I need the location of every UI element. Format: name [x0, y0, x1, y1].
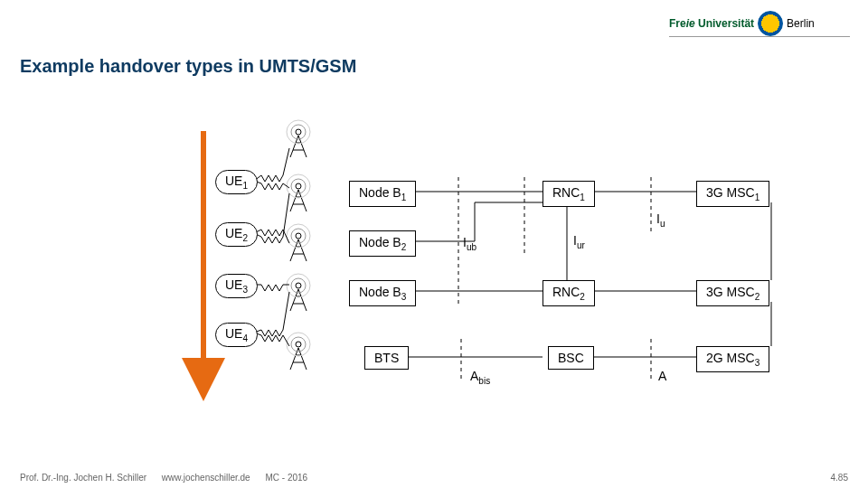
svg-point-5 — [291, 179, 306, 193]
rnc-1: RNC1 — [542, 181, 595, 207]
diagram-canvas — [0, 0, 868, 488]
svg-point-1 — [296, 129, 301, 135]
2g-msc-3: 2G MSC3 — [696, 346, 769, 372]
footer-author: Prof. Dr.-Ing. Jochen H. Schiller — [20, 473, 146, 483]
iface-a: A — [658, 369, 666, 383]
node-b1: Node B1 — [349, 181, 416, 207]
svg-point-3 — [287, 120, 310, 144]
3g-msc-1: 3G MSC1 — [696, 181, 769, 207]
iface-iub: Iub — [463, 235, 476, 252]
bts: BTS — [364, 346, 409, 370]
ue-4: UE4 — [215, 323, 258, 347]
ue-1-label: UE — [225, 174, 242, 188]
footer: Prof. Dr.-Ing. Jochen H. Schiller www.jo… — [20, 473, 320, 483]
svg-point-14 — [291, 337, 306, 352]
node-b2: Node B2 — [349, 230, 416, 257]
svg-point-9 — [287, 224, 310, 248]
svg-point-15 — [287, 333, 310, 356]
svg-point-11 — [291, 278, 306, 293]
ue-3: UE3 — [215, 274, 258, 298]
bsc: BSC — [548, 346, 594, 370]
svg-point-8 — [291, 229, 306, 243]
svg-point-7 — [296, 233, 301, 239]
rnc-2: RNC2 — [542, 280, 595, 306]
svg-point-13 — [296, 342, 301, 347]
ue-2: UE2 — [215, 222, 258, 247]
svg-point-12 — [287, 274, 310, 297]
iface-iur: Iur — [573, 233, 585, 250]
iface-abis: Abis — [470, 369, 490, 386]
iface-iu: Iu — [656, 211, 665, 229]
footer-course: MC - 2016 — [265, 473, 307, 483]
3g-msc-2: 3G MSC2 — [696, 280, 769, 306]
ue-1: UE1 — [215, 170, 258, 194]
svg-point-2 — [291, 125, 306, 139]
svg-point-4 — [296, 183, 301, 189]
node-b3: Node B3 — [349, 280, 416, 306]
svg-point-6 — [287, 174, 310, 198]
footer-page: 4.85 — [831, 473, 848, 483]
footer-url: www.jochenschiller.de — [162, 473, 250, 483]
ue-1-sub: 1 — [242, 181, 248, 191]
svg-point-10 — [296, 283, 301, 288]
